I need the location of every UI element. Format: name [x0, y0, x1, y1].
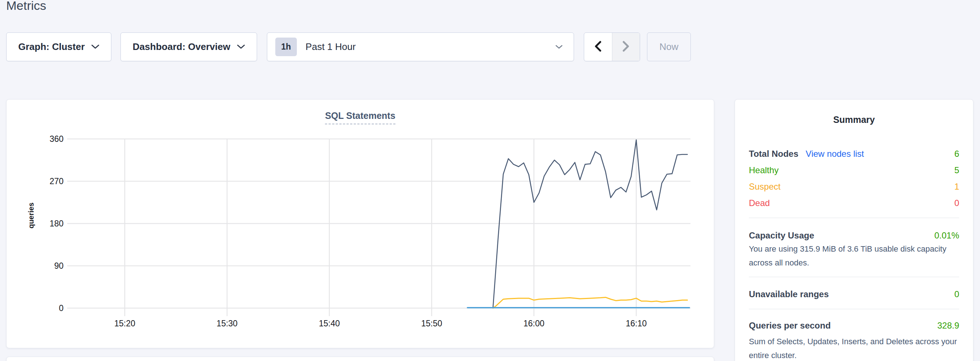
divider: [749, 309, 959, 309]
now-button-label: Now: [659, 41, 678, 52]
queries-per-second-value: 328.9: [937, 320, 959, 331]
healthy-nodes-row: Healthy 5: [749, 162, 959, 179]
chevron-down-icon: [555, 45, 563, 49]
svg-text:270: 270: [50, 176, 64, 186]
dead-nodes-row: Dead 0: [749, 195, 959, 212]
capacity-usage-description: You are using 315.9 MiB of 3.6 TiB usabl…: [749, 242, 961, 270]
svg-text:15:40: 15:40: [319, 319, 340, 328]
chevron-left-icon: [594, 41, 602, 53]
svg-text:180: 180: [50, 219, 64, 228]
chart-plot[interactable]: 09018027036015:2015:3015:4015:5016:0016:…: [6, 100, 714, 348]
graph-dropdown-label: Graph: Cluster: [18, 41, 85, 52]
suspect-label: Suspect: [749, 182, 781, 192]
svg-text:15:30: 15:30: [216, 319, 238, 328]
divider: [749, 218, 959, 218]
time-step-button-group: [584, 32, 640, 61]
time-range-badge: 1h: [275, 38, 297, 56]
svg-text:15:20: 15:20: [114, 319, 135, 328]
healthy-value: 5: [955, 165, 959, 176]
now-button[interactable]: Now: [647, 32, 691, 61]
graph-dropdown[interactable]: Graph: Cluster: [6, 32, 111, 61]
chevron-down-icon: [237, 44, 245, 49]
svg-text:360: 360: [50, 134, 64, 144]
suspect-nodes-row: Suspect 1: [749, 178, 959, 195]
unavailable-ranges-label: Unavailable ranges: [749, 289, 829, 299]
queries-per-second-label: Queries per second: [749, 320, 830, 331]
sql-statements-chart-panel: SQL Statements queries 09018027036015:20…: [6, 99, 714, 348]
dashboard-dropdown[interactable]: Dashboard: Overview: [121, 32, 257, 61]
total-nodes-label: Total Nodes: [749, 149, 799, 159]
summary-title: Summary: [735, 111, 973, 128]
unavailable-ranges-row: Unavailable ranges 0: [749, 286, 959, 302]
queries-per-second-row: Queries per second 328.9: [749, 317, 959, 334]
time-back-button[interactable]: [584, 33, 612, 61]
svg-text:16:10: 16:10: [626, 319, 647, 328]
svg-text:15:50: 15:50: [421, 319, 442, 328]
view-nodes-link[interactable]: View nodes list: [806, 149, 864, 159]
chevron-down-icon: [91, 44, 99, 49]
next-chart-panel: [6, 356, 714, 361]
suspect-value: 1: [955, 182, 959, 192]
metrics-page: Metrics Graph: Cluster Dashboard: Overvi…: [0, 0, 980, 361]
svg-text:0: 0: [59, 303, 64, 313]
unavailable-ranges-value: 0: [955, 289, 959, 299]
dead-label: Dead: [749, 198, 770, 208]
divider: [749, 277, 959, 277]
summary-panel: Summary Total Nodes View nodes list 6 He…: [735, 99, 974, 361]
time-range-selector[interactable]: 1h Past 1 Hour: [267, 32, 574, 61]
time-forward-button[interactable]: [612, 33, 640, 61]
chevron-right-icon: [622, 41, 630, 53]
dashboard-dropdown-label: Dashboard: Overview: [132, 41, 230, 52]
time-range-label: Past 1 Hour: [305, 41, 555, 52]
svg-text:16:00: 16:00: [523, 319, 545, 328]
total-nodes-row: Total Nodes View nodes list 6: [749, 146, 959, 162]
svg-text:90: 90: [54, 261, 64, 271]
dead-value: 0: [955, 198, 959, 208]
capacity-usage-row: Capacity Usage 0.01%: [749, 227, 959, 244]
page-title: Metrics: [6, 0, 46, 13]
capacity-usage-label: Capacity Usage: [749, 230, 814, 241]
total-nodes-value: 6: [955, 149, 959, 159]
healthy-label: Healthy: [749, 165, 778, 176]
capacity-usage-value: 0.01%: [934, 230, 959, 241]
queries-per-second-description: Sum of Selects, Updates, Inserts, and De…: [749, 335, 961, 361]
